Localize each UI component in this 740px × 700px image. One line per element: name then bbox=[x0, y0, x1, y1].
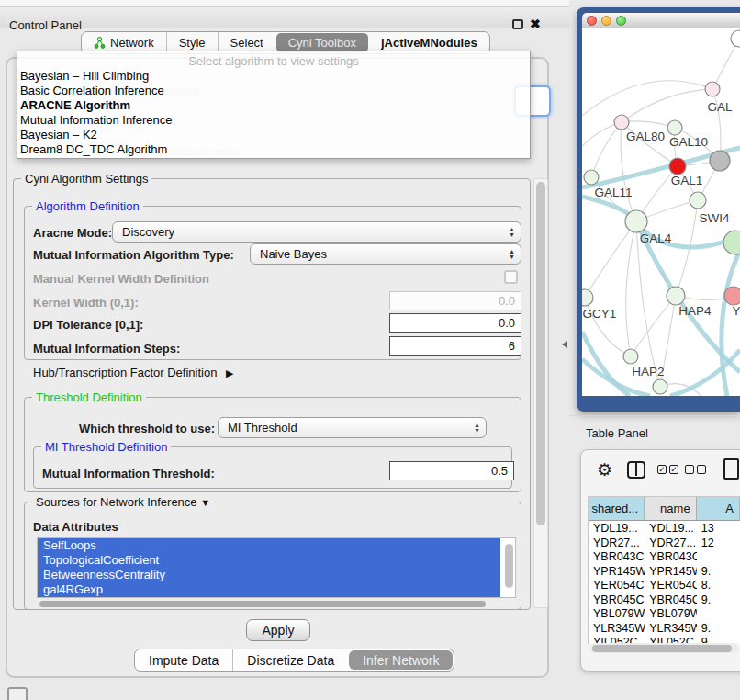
algorithm-option[interactable]: Basic Correlation Inference bbox=[17, 84, 530, 98]
scrollbar-thumb[interactable] bbox=[592, 645, 732, 652]
network-node-gal11[interactable] bbox=[584, 170, 599, 185]
network-node[interactable] bbox=[653, 379, 667, 394]
column-header-2[interactable]: name bbox=[645, 497, 697, 520]
table-row[interactable]: YBR045CYBR045C9. bbox=[589, 593, 740, 607]
close-traffic-light-icon[interactable] bbox=[587, 16, 597, 26]
mini-corner-button[interactable] bbox=[7, 687, 28, 700]
bottom-tabbar: Impute DataDiscretize DataInfer Network bbox=[134, 649, 454, 672]
node-table: shared...nameA YDL19...YDL19...13YDR27..… bbox=[588, 496, 740, 644]
tab-infer-network[interactable]: Infer Network bbox=[349, 650, 453, 670]
panel-divider-collapse-icon[interactable] bbox=[562, 341, 567, 348]
table-cell: YER054C bbox=[645, 578, 697, 593]
dpi-tolerance-field[interactable]: 0.0 bbox=[389, 313, 521, 333]
table-row[interactable]: YDL19...YDL19...13 bbox=[589, 521, 740, 536]
application-window: Control Panel ✖ NetworkStyleSelectCyni T… bbox=[0, 0, 740, 700]
aracne-mode-combobox[interactable]: Discovery ▴▾ bbox=[112, 221, 521, 243]
scrollbar-thumb[interactable] bbox=[39, 601, 486, 607]
algorithm-option[interactable]: Bayesian – Hill Climbing bbox=[17, 69, 530, 84]
attribute-item[interactable]: SelfLoops bbox=[38, 538, 500, 553]
which-threshold-combobox[interactable]: MI Threshold ▴▾ bbox=[218, 417, 487, 438]
hub-transcription-factor-toggle[interactable]: Hub/Transcription Factor Definition ▶ bbox=[33, 366, 233, 379]
mi-threshold-field[interactable]: 0.5 bbox=[389, 461, 514, 480]
network-edge[interactable] bbox=[582, 81, 712, 116]
table-row[interactable]: YER054CYER054C8. bbox=[589, 578, 740, 593]
network-node-gal80[interactable] bbox=[614, 115, 629, 130]
table-row[interactable]: YBL079WYBL079W bbox=[589, 606, 740, 621]
network-edge[interactable] bbox=[622, 121, 675, 128]
network-node-y[interactable] bbox=[724, 287, 740, 305]
attribute-item[interactable]: TopologicalCoefficient bbox=[38, 553, 500, 568]
attribute-item[interactable]: gal4RGexp bbox=[38, 582, 500, 597]
gear-icon[interactable]: ⚙ bbox=[597, 459, 612, 480]
mi-steps-field[interactable]: 6 bbox=[389, 336, 521, 356]
float-window-icon[interactable] bbox=[512, 19, 523, 29]
column-header-1[interactable]: shared... bbox=[589, 497, 645, 520]
network-edge[interactable] bbox=[631, 296, 676, 356]
attributes-vertical-scrollbar[interactable] bbox=[505, 541, 513, 594]
aracne-mode-value: Discovery bbox=[113, 225, 506, 239]
node-label-gal10: GAL10 bbox=[669, 135, 708, 149]
tab-label: Cyni Toolbox bbox=[288, 36, 356, 50]
tab-cyni-toolbox[interactable]: Cyni Toolbox bbox=[276, 33, 368, 52]
attribute-item[interactable]: BetweennessCentrality bbox=[38, 568, 500, 582]
manual-kernel-width-checkbox[interactable] bbox=[504, 270, 518, 284]
network-edge[interactable] bbox=[622, 89, 712, 122]
mi-algorithm-type-combobox[interactable]: Naive Bayes ▴▾ bbox=[250, 243, 521, 265]
zoom-traffic-light-icon[interactable] bbox=[616, 16, 626, 26]
apply-button[interactable]: Apply bbox=[246, 619, 310, 641]
algorithm-dropdown-items: Bayesian – Hill ClimbingBasic Correlatio… bbox=[17, 69, 530, 157]
network-node[interactable] bbox=[731, 30, 740, 47]
table-cell: YLR345W bbox=[589, 621, 645, 636]
top-strip bbox=[0, 0, 569, 7]
network-edge[interactable] bbox=[626, 221, 636, 356]
network-edge[interactable] bbox=[722, 251, 740, 396]
document-icon[interactable] bbox=[723, 458, 739, 480]
table-row[interactable]: YPR145WYPR145W9. bbox=[589, 564, 740, 579]
node-label-swi4: SWI4 bbox=[699, 211, 729, 225]
table-cell: YPR145W bbox=[589, 564, 645, 579]
mi-algorithm-type-value: Naive Bayes bbox=[251, 247, 506, 261]
deselect-all-columns-icon[interactable] bbox=[685, 465, 706, 474]
minimize-traffic-light-icon[interactable] bbox=[601, 16, 611, 26]
network-canvas[interactable]: GALGAL80GAL10GAL1GAL11SWI4GAL4GCY1HAP4YH… bbox=[582, 28, 740, 396]
network-edge[interactable] bbox=[591, 122, 622, 177]
algorithm-option[interactable]: ARACNE Algorithm bbox=[17, 98, 530, 113]
table-row[interactable]: YBR043CYBR043C bbox=[589, 549, 740, 564]
algorithm-option[interactable]: Bayesian – K2 bbox=[17, 128, 530, 142]
network-node[interactable] bbox=[723, 231, 740, 254]
network-edge[interactable] bbox=[670, 350, 740, 396]
table-row[interactable]: YDR27...YDR27...12 bbox=[589, 536, 740, 550]
expanded-arrow-icon[interactable]: ▼ bbox=[200, 497, 210, 508]
table-cell: YBR045C bbox=[589, 593, 645, 607]
table-cell bbox=[697, 549, 740, 564]
close-icon[interactable]: ✖ bbox=[530, 17, 541, 31]
checked-checkbox-icon: ✓ bbox=[669, 465, 678, 474]
control-panel-titlebar: Control Panel ✖ bbox=[0, 7, 569, 28]
tab-impute-data[interactable]: Impute Data bbox=[135, 649, 232, 671]
algorithm-option[interactable]: Dream8 DC_TDC Algorithm bbox=[17, 142, 530, 157]
tab-discretize-data[interactable]: Discretize Data bbox=[232, 649, 348, 671]
kernel-width-field[interactable]: 0.0 bbox=[389, 291, 521, 310]
table-cell: YBR045C bbox=[645, 593, 697, 607]
network-node-gal4[interactable] bbox=[625, 210, 647, 232]
settings-vertical-scrollbar[interactable] bbox=[533, 178, 548, 608]
column-layout-icon[interactable] bbox=[627, 461, 645, 479]
network-node-gal10[interactable] bbox=[667, 120, 682, 135]
scrollbar-thumb[interactable] bbox=[505, 544, 513, 588]
algorithm-option[interactable]: Mutual Information Inference bbox=[17, 113, 530, 128]
table-row[interactable]: YLR345WYLR345W9. bbox=[589, 621, 740, 636]
network-node-swi4[interactable] bbox=[690, 192, 706, 209]
attributes-horizontal-scrollbar[interactable] bbox=[37, 600, 516, 608]
spinner-arrows-icon: ▴▾ bbox=[471, 423, 486, 434]
network-node-hap4[interactable] bbox=[667, 287, 685, 305]
table-horizontal-scrollbar[interactable] bbox=[589, 643, 738, 653]
network-node-gal[interactable] bbox=[705, 82, 720, 96]
network-node-hap2[interactable] bbox=[623, 349, 638, 364]
data-attributes-list[interactable]: SelfLoopsTopologicalCoefficientBetweenne… bbox=[37, 537, 516, 598]
column-header-3[interactable]: A bbox=[697, 497, 740, 520]
network-node[interactable] bbox=[710, 151, 730, 171]
network-node-gcy1[interactable] bbox=[582, 289, 593, 306]
scrollbar-thumb[interactable] bbox=[536, 182, 545, 525]
select-all-columns-icon[interactable]: ✓ ✓ bbox=[657, 465, 678, 474]
network-node-gal1[interactable] bbox=[669, 158, 686, 175]
